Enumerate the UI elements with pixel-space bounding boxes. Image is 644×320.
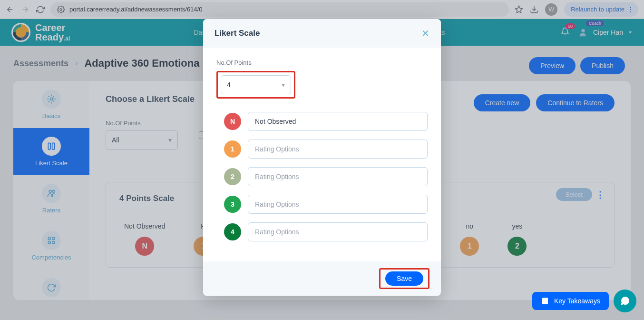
points-select-highlight: 4 ▾ [216, 71, 295, 99]
modal-overlay: Likert Scale ✕ No.Of Points 4 ▾ N 1 2 [0, 0, 644, 320]
floating-actions: Key Takeaways [532, 290, 636, 312]
rating-input-4[interactable] [248, 222, 428, 241]
rating-row-n: N [216, 112, 428, 131]
rating-mark: 1 [224, 140, 241, 158]
modal-header: Likert Scale ✕ [203, 19, 441, 48]
rating-mark: 2 [224, 168, 241, 185]
save-button[interactable]: Save [385, 271, 423, 286]
rating-row-2: 2 [216, 167, 428, 186]
rating-input-1[interactable] [248, 140, 428, 159]
chat-fab[interactable] [614, 290, 636, 312]
points-select[interactable]: 4 ▾ [221, 75, 291, 94]
rating-row-4: 4 [216, 222, 428, 241]
key-takeaways-button[interactable]: Key Takeaways [532, 292, 609, 310]
modal-footer: Save [203, 261, 441, 296]
chat-icon [619, 295, 631, 307]
svg-rect-12 [542, 298, 548, 304]
save-highlight: Save [379, 268, 429, 289]
rating-row-1: 1 [216, 140, 428, 159]
rating-mark: 3 [224, 196, 241, 213]
rating-input-n[interactable] [248, 112, 428, 131]
rating-mark: N [224, 113, 241, 130]
chevron-down-icon: ▾ [282, 81, 285, 89]
rating-input-3[interactable] [248, 195, 428, 214]
rating-mark: 4 [224, 223, 241, 240]
rating-input-2[interactable] [248, 167, 428, 186]
likert-modal: Likert Scale ✕ No.Of Points 4 ▾ N 1 2 [203, 19, 441, 296]
note-icon [541, 297, 549, 305]
modal-points-label: No.Of Points [216, 59, 428, 66]
close-icon[interactable]: ✕ [421, 28, 429, 39]
modal-title: Likert Scale [215, 29, 260, 38]
modal-body: No.Of Points 4 ▾ N 1 2 3 [203, 48, 441, 261]
rating-row-3: 3 [216, 195, 428, 214]
